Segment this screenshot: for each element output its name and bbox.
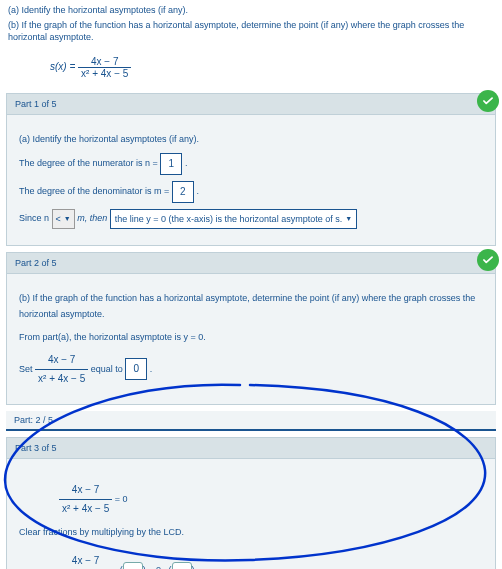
- progress-indicator: Part: 2 / 5: [6, 411, 496, 431]
- chevron-down-icon: ▼: [64, 213, 71, 226]
- since-mid: m, then: [77, 213, 107, 223]
- part-1-header: Part 1 of 5: [7, 94, 495, 115]
- part3-eq2-eq: = 0 ·: [148, 565, 166, 569]
- part-3-header: Part 3 of 5: [7, 438, 495, 459]
- asymptote-result-value: the line y = 0 (the x-axis) is the horiz…: [115, 211, 342, 227]
- main-function-equation: s(x) = 4x − 7 x² + 4x − 5: [0, 48, 502, 87]
- part2-frac-num: 4x − 7: [35, 351, 88, 369]
- part-2-header: Part 2 of 5: [7, 253, 495, 274]
- numerator-degree-label: The degree of the numerator is n =: [19, 158, 158, 168]
- part3-eq1-den: x² + 4x − 5: [59, 499, 112, 518]
- part-2-panel: Part 2 of 5 (b) If the graph of the func…: [6, 252, 496, 405]
- denominator-degree-input[interactable]: 2: [172, 181, 194, 203]
- part3-eq1-num: 4x − 7: [59, 481, 112, 499]
- part2-intro: (b) If the graph of the function has a h…: [19, 290, 483, 322]
- equal-to-period: .: [150, 364, 153, 374]
- chevron-down-icon: ▼: [345, 213, 352, 226]
- equation-denominator: x² + 4x − 5: [78, 67, 131, 79]
- set-label: Set: [19, 364, 33, 374]
- comparison-value: <: [56, 211, 61, 227]
- asymptote-result-dropdown[interactable]: the line y = 0 (the x-axis) is the horiz…: [110, 209, 357, 229]
- numerator-degree-post: .: [185, 158, 188, 168]
- part3-eq2-dot: ·: [115, 565, 118, 569]
- denominator-degree-label: The degree of the denominator is m =: [19, 186, 169, 196]
- equation-numerator: 4x − 7: [78, 56, 131, 67]
- question-a-text: (a) Identify the horizontal asymptotes (…: [8, 4, 494, 17]
- equal-to-label: equal to: [91, 364, 123, 374]
- lcd-input-2[interactable]: [172, 562, 192, 569]
- part3-eq2-num: 4x − 7: [59, 552, 112, 569]
- comparison-dropdown[interactable]: < ▼: [52, 209, 75, 229]
- question-b-text: (b) If the graph of the function has a h…: [8, 19, 494, 44]
- lcd-input-1[interactable]: [123, 562, 143, 569]
- equal-to-input[interactable]: 0: [125, 358, 147, 380]
- part2-from-a: From part(a), the horizontal asymptote i…: [19, 329, 483, 345]
- part3-eq1-rhs: = 0: [115, 494, 128, 504]
- since-label: Since n: [19, 213, 49, 223]
- part2-frac-den: x² + 4x − 5: [35, 369, 88, 388]
- part-1-panel: Part 1 of 5 (a) Identify the horizontal …: [6, 93, 496, 246]
- denominator-degree-post: .: [196, 186, 199, 196]
- numerator-degree-input[interactable]: 1: [160, 153, 182, 175]
- equation-lhs: s(x) =: [50, 61, 75, 72]
- correct-check-icon: [477, 249, 499, 271]
- clear-fractions-text: Clear fractions by multiplying by the LC…: [19, 524, 483, 540]
- part-3-panel: Part 3 of 5 4x − 7 x² + 4x − 5 = 0 Clear…: [6, 437, 496, 569]
- part1-intro: (a) Identify the horizontal asymptotes (…: [19, 131, 483, 147]
- correct-check-icon: [477, 90, 499, 112]
